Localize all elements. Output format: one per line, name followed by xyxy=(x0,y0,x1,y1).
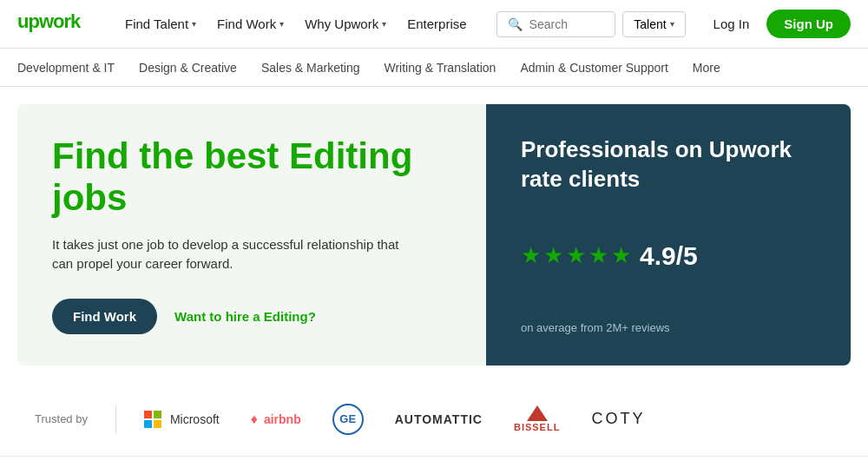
subnav-sales[interactable]: Sales & Marketing xyxy=(261,61,360,75)
star-3: ★ xyxy=(566,242,586,269)
bissell-logo: BISSELL xyxy=(514,405,560,432)
star-5: ★ xyxy=(611,242,631,269)
hero-right: Professionals on Upwork rate clients ★ ★… xyxy=(486,104,851,365)
coty-text: COTY xyxy=(591,410,645,427)
subnav-writing[interactable]: Writing & Translation xyxy=(385,61,496,75)
hero-subtitle: It takes just one job to develop a succe… xyxy=(52,235,399,274)
airbnb-icon: ♦ xyxy=(251,411,258,427)
nav-find-talent[interactable]: Find Talent ▾ xyxy=(116,11,205,36)
automattic-text: AUTOMATTIC xyxy=(395,412,483,426)
subnav-admin[interactable]: Admin & Customer Support xyxy=(520,61,667,75)
bissell-icon xyxy=(527,405,548,421)
ge-text: GE xyxy=(339,412,356,425)
talent-dropdown[interactable]: Talent ▾ xyxy=(622,11,685,37)
divider xyxy=(115,405,116,433)
header: upwork Find Talent ▾ Find Work ▾ Why Upw… xyxy=(0,0,868,49)
nav-enterprise-label: Enterprise xyxy=(407,16,466,31)
signup-button[interactable]: Sign Up xyxy=(766,10,851,38)
nav-find-work[interactable]: Find Work ▾ xyxy=(208,11,293,36)
subnav-dev-it[interactable]: Development & IT xyxy=(17,61,115,75)
microsoft-logo: Microsoft xyxy=(144,411,220,428)
search-input[interactable] xyxy=(529,17,605,31)
star-1: ★ xyxy=(521,242,541,269)
chevron-down-icon: ▾ xyxy=(382,19,386,29)
login-button[interactable]: Log In xyxy=(707,11,757,36)
hero-actions: Find Work Want to hire a Editing? xyxy=(52,299,451,334)
chevron-down-icon: ▾ xyxy=(192,19,196,29)
trusted-label: Trusted by xyxy=(35,412,88,425)
airbnb-text: airbnb xyxy=(264,412,301,426)
star-4: ★ xyxy=(589,242,608,269)
microsoft-icon xyxy=(144,411,161,428)
rating-row: ★ ★ ★ ★ ★ 4.9/5 xyxy=(521,241,816,271)
nav-find-talent-label: Find Talent xyxy=(125,16,188,31)
hero-title: Find the best Editing jobs xyxy=(52,135,451,220)
star-2: ★ xyxy=(543,242,563,269)
chevron-down-icon: ▾ xyxy=(670,19,674,29)
rating-number: 4.9/5 xyxy=(640,241,698,271)
subnav-more[interactable]: More xyxy=(693,61,720,75)
auth-buttons: Log In Sign Up xyxy=(707,10,851,38)
airbnb-logo: ♦ airbnb xyxy=(251,411,301,427)
search-area: 🔍 Talent ▾ xyxy=(496,11,686,37)
find-work-button[interactable]: Find Work xyxy=(52,299,157,334)
hero-right-title: Professionals on Upwork rate clients xyxy=(521,135,816,194)
coty-logo: COTY xyxy=(591,410,645,428)
chevron-down-icon: ▾ xyxy=(279,19,284,29)
search-icon: 🔍 xyxy=(508,17,523,31)
nav-why-upwork-label: Why Upwork xyxy=(305,16,378,31)
nav-why-upwork[interactable]: Why Upwork ▾ xyxy=(296,11,395,36)
ge-logo: GE xyxy=(332,404,364,435)
nav-enterprise[interactable]: Enterprise xyxy=(398,11,475,36)
hero-left: Find the best Editing jobs It takes just… xyxy=(17,104,486,365)
talent-label: Talent xyxy=(634,17,666,31)
hire-link[interactable]: Want to hire a Editing? xyxy=(174,309,316,324)
svg-text:upwork: upwork xyxy=(17,10,82,32)
star-rating: ★ ★ ★ ★ ★ xyxy=(521,242,631,269)
upwork-logo[interactable]: upwork xyxy=(17,9,95,39)
main-nav: Find Talent ▾ Find Work ▾ Why Upwork ▾ E… xyxy=(116,11,476,36)
hero-section: Find the best Editing jobs It takes just… xyxy=(17,104,851,365)
bottom-section: Check out a sample of the 190,163 Editin… xyxy=(0,457,868,474)
search-box[interactable]: 🔍 xyxy=(496,11,616,37)
review-text: on average from 2M+ reviews xyxy=(521,321,816,334)
trusted-section: Trusted by Microsoft ♦ airbnb GE AUTOMAT… xyxy=(0,383,868,457)
trusted-logos: Microsoft ♦ airbnb GE AUTOMATTIC BISSELL… xyxy=(144,404,645,435)
sub-nav: Development & IT Design & Creative Sales… xyxy=(0,49,868,87)
nav-find-work-label: Find Work xyxy=(217,16,276,31)
subnav-design[interactable]: Design & Creative xyxy=(139,61,237,75)
bissell-text: BISSELL xyxy=(514,422,560,432)
microsoft-text: Microsoft xyxy=(170,412,220,426)
automattic-logo: AUTOMATTIC xyxy=(395,412,483,426)
